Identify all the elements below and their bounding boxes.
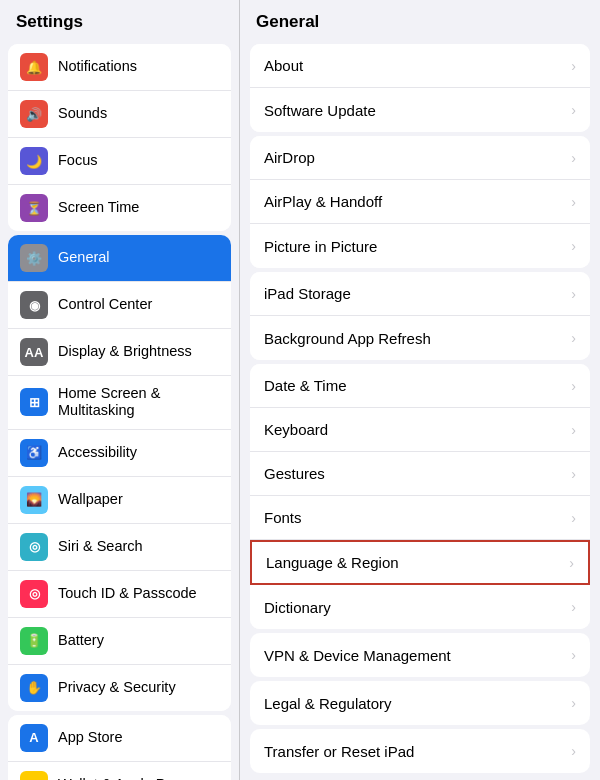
transfer-reset-label: Transfer or Reset iPad — [264, 743, 571, 760]
screen-time-label: Screen Time — [58, 199, 219, 216]
general-label: General — [58, 249, 219, 266]
dictionary-label: Dictionary — [264, 599, 571, 616]
main-item-software-update[interactable]: Software Update› — [250, 88, 590, 132]
sidebar-item-privacy-security[interactable]: ✋Privacy & Security — [8, 665, 231, 711]
screen-time-icon: ⏳ — [20, 194, 48, 222]
language-region-label: Language & Region — [266, 554, 569, 571]
about-label: About — [264, 57, 571, 74]
sidebar-item-touch-id[interactable]: ◎Touch ID & Passcode — [8, 571, 231, 618]
date-time-label: Date & Time — [264, 377, 571, 394]
ipad-storage-label: iPad Storage — [264, 285, 571, 302]
airdrop-label: AirDrop — [264, 149, 571, 166]
airdrop-chevron: › — [571, 150, 576, 166]
sidebar-item-app-store[interactable]: AApp Store — [8, 715, 231, 762]
main-group-4: VPN & Device Management› — [250, 633, 590, 677]
notifications-label: Notifications — [58, 58, 219, 75]
sidebar-item-wallet[interactable]: 💳Wallet & Apple Pay — [8, 762, 231, 780]
picture-in-picture-label: Picture in Picture — [264, 238, 571, 255]
sidebar-item-wallpaper[interactable]: 🌄Wallpaper — [8, 477, 231, 524]
notifications-icon: 🔔 — [20, 53, 48, 81]
main-item-airdrop[interactable]: AirDrop› — [250, 136, 590, 180]
main-item-background-app-refresh[interactable]: Background App Refresh› — [250, 316, 590, 360]
main-item-ipad-storage[interactable]: iPad Storage› — [250, 272, 590, 316]
sidebar-item-siri-search[interactable]: ◎Siri & Search — [8, 524, 231, 571]
wallpaper-icon: 🌄 — [20, 486, 48, 514]
main-item-about[interactable]: About› — [250, 44, 590, 88]
display-brightness-icon: AA — [20, 338, 48, 366]
sidebar: Settings 🔔Notifications🔊Sounds🌙Focus⏳Scr… — [0, 0, 240, 780]
accessibility-label: Accessibility — [58, 444, 219, 461]
accessibility-icon: ♿ — [20, 439, 48, 467]
legal-chevron: › — [571, 695, 576, 711]
main-item-transfer-reset[interactable]: Transfer or Reset iPad› — [250, 729, 590, 773]
sidebar-item-home-screen[interactable]: ⊞Home Screen & Multitasking — [8, 376, 231, 430]
sidebar-groups: 🔔Notifications🔊Sounds🌙Focus⏳Screen Time⚙… — [0, 40, 239, 780]
transfer-reset-chevron: › — [571, 743, 576, 759]
dictionary-chevron: › — [571, 599, 576, 615]
touch-id-label: Touch ID & Passcode — [58, 585, 219, 602]
sidebar-item-general[interactable]: ⚙️General — [8, 235, 231, 282]
sidebar-item-control-center[interactable]: ◉Control Center — [8, 282, 231, 329]
siri-search-label: Siri & Search — [58, 538, 219, 555]
battery-icon: 🔋 — [20, 627, 48, 655]
main-item-keyboard[interactable]: Keyboard› — [250, 408, 590, 452]
main-group-2: iPad Storage›Background App Refresh› — [250, 272, 590, 360]
sidebar-group-2: AApp Store💳Wallet & Apple Pay — [8, 715, 231, 780]
focus-label: Focus — [58, 152, 219, 169]
sidebar-item-sounds[interactable]: 🔊Sounds — [8, 91, 231, 138]
sidebar-item-display-brightness[interactable]: AADisplay & Brightness — [8, 329, 231, 376]
sidebar-item-focus[interactable]: 🌙Focus — [8, 138, 231, 185]
main-item-language-region[interactable]: Language & Region› — [250, 540, 590, 585]
main-header: General — [240, 0, 600, 40]
privacy-security-icon: ✋ — [20, 674, 48, 702]
siri-search-icon: ◎ — [20, 533, 48, 561]
software-update-chevron: › — [571, 102, 576, 118]
background-app-refresh-chevron: › — [571, 330, 576, 346]
battery-label: Battery — [58, 632, 219, 649]
main-item-date-time[interactable]: Date & Time› — [250, 364, 590, 408]
picture-in-picture-chevron: › — [571, 238, 576, 254]
keyboard-chevron: › — [571, 422, 576, 438]
sidebar-item-notifications[interactable]: 🔔Notifications — [8, 44, 231, 91]
airplay-handoff-chevron: › — [571, 194, 576, 210]
sidebar-item-screen-time[interactable]: ⏳Screen Time — [8, 185, 231, 231]
main-item-vpn[interactable]: VPN & Device Management› — [250, 633, 590, 677]
main-item-gestures[interactable]: Gestures› — [250, 452, 590, 496]
wallet-label: Wallet & Apple Pay — [58, 776, 219, 780]
privacy-security-label: Privacy & Security — [58, 679, 219, 696]
main-item-legal[interactable]: Legal & Regulatory› — [250, 681, 590, 725]
control-center-label: Control Center — [58, 296, 219, 313]
main-item-fonts[interactable]: Fonts› — [250, 496, 590, 540]
fonts-chevron: › — [571, 510, 576, 526]
vpn-label: VPN & Device Management — [264, 647, 571, 664]
home-screen-icon: ⊞ — [20, 388, 48, 416]
sidebar-header: Settings — [0, 0, 239, 40]
about-chevron: › — [571, 58, 576, 74]
sidebar-item-battery[interactable]: 🔋Battery — [8, 618, 231, 665]
ipad-storage-chevron: › — [571, 286, 576, 302]
main-item-airplay-handoff[interactable]: AirPlay & Handoff› — [250, 180, 590, 224]
main-groups: About›Software Update›AirDrop›AirPlay & … — [240, 44, 600, 773]
touch-id-icon: ◎ — [20, 580, 48, 608]
main-group-6: Transfer or Reset iPad› — [250, 729, 590, 773]
airplay-handoff-label: AirPlay & Handoff — [264, 193, 571, 210]
main-group-5: Legal & Regulatory› — [250, 681, 590, 725]
fonts-label: Fonts — [264, 509, 571, 526]
legal-label: Legal & Regulatory — [264, 695, 571, 712]
gestures-chevron: › — [571, 466, 576, 482]
gestures-label: Gestures — [264, 465, 571, 482]
focus-icon: 🌙 — [20, 147, 48, 175]
sounds-label: Sounds — [58, 105, 219, 122]
main-content: General About›Software Update›AirDrop›Ai… — [240, 0, 600, 780]
sidebar-group-0: 🔔Notifications🔊Sounds🌙Focus⏳Screen Time — [8, 44, 231, 231]
language-region-chevron: › — [569, 555, 574, 571]
main-group-0: About›Software Update› — [250, 44, 590, 132]
control-center-icon: ◉ — [20, 291, 48, 319]
home-screen-label: Home Screen & Multitasking — [58, 385, 219, 420]
main-item-picture-in-picture[interactable]: Picture in Picture› — [250, 224, 590, 268]
general-icon: ⚙️ — [20, 244, 48, 272]
sidebar-item-accessibility[interactable]: ♿Accessibility — [8, 430, 231, 477]
main-item-dictionary[interactable]: Dictionary› — [250, 585, 590, 629]
app-store-icon: A — [20, 724, 48, 752]
wallpaper-label: Wallpaper — [58, 491, 219, 508]
